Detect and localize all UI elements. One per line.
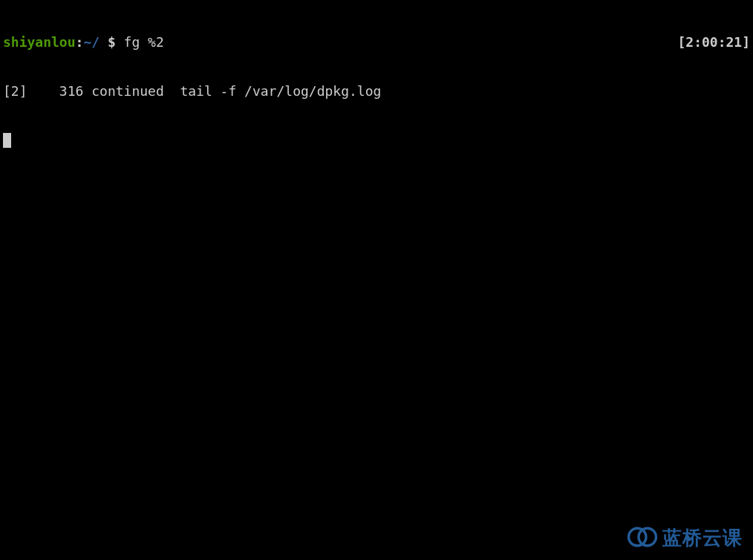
output-line-1: [2] 316 continued tail -f /var/log/dpkg.… [3,83,750,100]
prompt-cwd: ~/ [83,34,100,50]
prompt-symbol: $ [100,34,124,50]
watermark-logo-icon [627,526,658,550]
prompt-user: shiyanlou [3,34,76,50]
cursor-line [3,132,750,149]
command-input[interactable]: fg %2 [124,34,164,50]
watermark: 蓝桥云课 [627,526,743,550]
timestamp: [2:00:21] [677,34,750,51]
prompt-left: shiyanlou:~/ $ fg %2 [3,34,164,51]
watermark-text: 蓝桥云课 [662,530,743,546]
terminal-cursor [3,133,11,148]
terminal-window[interactable]: shiyanlou:~/ $ fg %2 [2:00:21] [2] 316 c… [0,0,753,166]
prompt-line: shiyanlou:~/ $ fg %2 [2:00:21] [3,34,750,51]
prompt-separator: : [76,34,84,50]
